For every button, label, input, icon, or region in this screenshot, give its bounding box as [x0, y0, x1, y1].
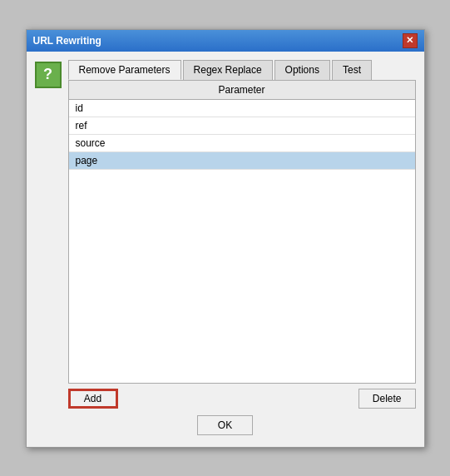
table-empty-area [69, 170, 415, 353]
tab-options[interactable]: Options [274, 60, 330, 80]
tab-remove-parameters[interactable]: Remove Parameters [68, 60, 181, 80]
ok-button[interactable]: OK [197, 415, 253, 435]
table-body: id ref source page [69, 100, 415, 383]
title-bar: URL Rewriting ✕ [27, 30, 424, 52]
delete-button[interactable]: Delete [359, 389, 416, 409]
tabs-and-content: Remove Parameters Regex Replace Options … [68, 60, 416, 409]
tab-bar: Remove Parameters Regex Replace Options … [68, 60, 416, 80]
table-row[interactable]: ref [69, 117, 415, 135]
table-button-row: Add Delete [68, 384, 416, 409]
bottom-button-row: OK [35, 409, 416, 439]
help-button[interactable]: ? [35, 62, 62, 88]
tab-content: Parameter id ref source page [68, 80, 416, 384]
window-title: URL Rewriting [33, 35, 101, 47]
top-row: ? Remove Parameters Regex Replace Option… [35, 60, 416, 409]
table-row[interactable]: source [69, 135, 415, 152]
table-row-selected[interactable]: page [69, 152, 415, 170]
add-button[interactable]: Add [68, 389, 118, 409]
tab-test[interactable]: Test [332, 60, 372, 80]
tab-regex-replace[interactable]: Regex Replace [183, 60, 273, 80]
url-rewriting-window: URL Rewriting ✕ ? Remove Parameters Rege… [26, 29, 425, 448]
close-button[interactable]: ✕ [403, 33, 418, 48]
table-row[interactable]: id [69, 100, 415, 117]
window-body: ? Remove Parameters Regex Replace Option… [27, 52, 424, 447]
table-column-header: Parameter [69, 81, 415, 100]
